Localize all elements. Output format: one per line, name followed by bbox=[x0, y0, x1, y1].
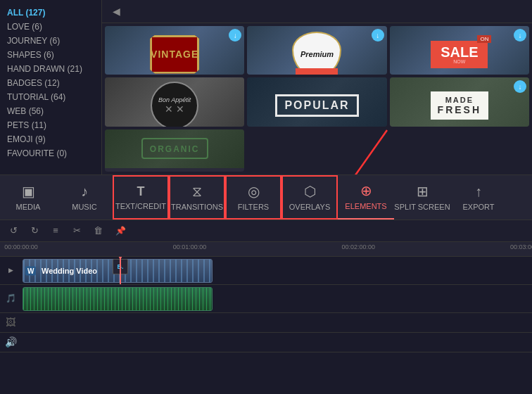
extra-track-row-2: 🔊 bbox=[0, 333, 532, 352]
toolbar-split-screen[interactable]: ⊞ SPLIT SCREEN bbox=[394, 175, 450, 220]
toolbar-filters[interactable]: ◎ FILTERS bbox=[225, 175, 281, 220]
sidebar: ALL (127) LOVE (6) JOURNEY (6) SHAPES (6… bbox=[0, 0, 102, 174]
sidebar-item-emoji[interactable]: EMOJI (9) bbox=[0, 132, 101, 146]
audio-track-label: 🎵 bbox=[0, 293, 21, 303]
sidebar-item-tutorial[interactable]: TUTORIAL (64) bbox=[0, 90, 101, 104]
cut-button[interactable]: ✂ bbox=[69, 223, 84, 239]
badge-element-10[interactable]: POPULAR Badge Element 10 bbox=[247, 77, 386, 126]
badge-element-11[interactable]: MADE FRESH ↓ Badge Element 11 bbox=[390, 77, 529, 126]
timeline-controls: ↺ ↻ ≡ ✂ 🗑 📌 bbox=[0, 220, 532, 242]
sidebar-item-all[interactable]: ALL (127) bbox=[0, 6, 101, 20]
badge6-thumbnail: VINTAGE ↓ bbox=[105, 26, 244, 75]
time-mark-1: 00:01:00:00 bbox=[173, 243, 207, 250]
toolbar-media-label: MEDIA bbox=[16, 203, 41, 211]
toolbar-split-label: SPLIT SCREEN bbox=[394, 203, 450, 211]
overlays-icon: ⬡ bbox=[304, 183, 316, 200]
main-area: ALL (127) LOVE (6) JOURNEY (6) SHAPES (6… bbox=[0, 0, 532, 174]
toolbar-overlays-label: OVERLAYS bbox=[289, 203, 331, 211]
toolbar-overlays[interactable]: ⬡ OVERLAYS bbox=[281, 175, 338, 220]
video-track-label: ▶ bbox=[0, 267, 21, 274]
filters-icon: ◎ bbox=[248, 183, 260, 200]
audio-track-content[interactable] bbox=[21, 285, 532, 312]
timeline-tracks: ▶ W Wedding Video B. 🎵 bbox=[0, 257, 532, 395]
badge8-thumbnail: ON SALE NOW ↓ bbox=[390, 26, 529, 75]
badge11-thumbnail: MADE FRESH ↓ bbox=[390, 77, 529, 126]
badge-element-9[interactable]: Bon Appétit ✕ ✕ Badge Element 9 bbox=[105, 77, 244, 126]
time-mark-0: 00:00:00:00 bbox=[4, 243, 38, 250]
sidebar-item-favourite[interactable]: FAVOURITE (0) bbox=[0, 146, 101, 160]
export-icon: ↑ bbox=[475, 184, 482, 200]
elements-icon: ⊕ bbox=[360, 182, 372, 199]
time-mark-2: 00:02:00:00 bbox=[341, 243, 375, 250]
sidebar-item-hand-drawn[interactable]: HAND DRAWN (21) bbox=[0, 62, 101, 76]
toolbar-filters-label: FILTERS bbox=[238, 203, 269, 211]
toolbar-export[interactable]: ↑ EXPORT bbox=[450, 175, 507, 220]
toolbar-text[interactable]: T TEXT/CREDIT bbox=[113, 175, 169, 220]
toolbar-text-label: TEXT/CREDIT bbox=[115, 202, 166, 210]
toolbar-transitions[interactable]: ⧖ TRANSITIONS bbox=[169, 175, 225, 220]
extra-track-row-1: 🖼 bbox=[0, 313, 532, 333]
badge7-download-icon[interactable]: ↓ bbox=[372, 29, 384, 42]
split-screen-icon: ⊞ bbox=[417, 183, 429, 200]
video-track-row: ▶ W Wedding Video B. bbox=[0, 257, 532, 285]
sidebar-item-journey[interactable]: JOURNEY (6) bbox=[0, 34, 101, 48]
audio-clip[interactable] bbox=[23, 287, 213, 311]
timeline-ruler: 00:00:00:00 00:01:00:00 00:02:00:00 00:0… bbox=[0, 242, 532, 257]
ruler-marks: 00:00:00:00 00:01:00:00 00:02:00:00 00:0… bbox=[21, 243, 532, 255]
track-icon-2: 🔊 bbox=[0, 336, 21, 348]
audio-waveform bbox=[23, 288, 212, 310]
badge-element-7[interactable]: Premium ↓ Badge Element 7 bbox=[247, 26, 386, 75]
content-header: ◀ bbox=[102, 0, 532, 23]
toolbar-music[interactable]: ♪ MUSIC bbox=[56, 175, 113, 220]
badge9-thumbnail: Bon Appétit ✕ ✕ bbox=[105, 77, 244, 126]
badge-grid: VINTAGE ↓ Badge Element 6 Premium bbox=[102, 23, 532, 174]
toolbar-elements-label: ELEMENTS bbox=[345, 202, 386, 210]
badge8-download-icon[interactable]: ↓ bbox=[514, 29, 526, 42]
redo-button[interactable]: ↻ bbox=[27, 223, 42, 239]
back-button[interactable]: ◀ bbox=[108, 3, 125, 20]
toolbar-export-label: EXPORT bbox=[462, 203, 494, 211]
text-icon: T bbox=[137, 184, 145, 199]
sidebar-item-shapes[interactable]: SHAPES (6) bbox=[0, 48, 101, 62]
badge-element-6[interactable]: VINTAGE ↓ Badge Element 6 bbox=[105, 26, 244, 75]
badge-element-8[interactable]: ON SALE NOW ↓ Badge Element 8 bbox=[390, 26, 529, 75]
toolbar: ▣ MEDIA ♪ MUSIC T TEXT/CREDIT ⧖ TRANSITI… bbox=[0, 174, 532, 220]
toolbar-elements[interactable]: ⊕ ELEMENTS bbox=[338, 175, 394, 220]
timeline-area: ↺ ↻ ≡ ✂ 🗑 📌 00:00:00:00 00:01:00:00 00:0… bbox=[0, 220, 532, 395]
video-track-content[interactable]: W Wedding Video B. bbox=[21, 257, 532, 284]
sidebar-item-badges[interactable]: BADGES (12) bbox=[0, 76, 101, 90]
time-mark-3: 00:03:00:00 bbox=[510, 243, 532, 250]
toolbar-music-label: MUSIC bbox=[72, 203, 96, 211]
video-clip-label: Wedding Video bbox=[23, 265, 101, 277]
sidebar-item-pets[interactable]: PETS (11) bbox=[0, 118, 101, 132]
content-area: ◀ VINTAGE ↓ Badge Element 6 bbox=[102, 0, 532, 174]
badge7-thumbnail: Premium ↓ bbox=[247, 26, 386, 75]
badge10-thumbnail: POPULAR bbox=[247, 77, 386, 126]
audio-track-row: 🎵 bbox=[0, 285, 532, 313]
delete-button[interactable]: 🗑 bbox=[90, 223, 106, 239]
media-icon: ▣ bbox=[22, 183, 35, 200]
undo-button[interactable]: ↺ bbox=[6, 223, 21, 239]
playhead bbox=[120, 257, 121, 284]
music-icon: ♪ bbox=[81, 184, 88, 200]
list-button[interactable]: ≡ bbox=[48, 223, 63, 239]
timeline-pin-icon: 📌 bbox=[115, 226, 126, 236]
toolbar-transitions-label: TRANSITIONS bbox=[171, 203, 223, 211]
sidebar-item-love[interactable]: LOVE (6) bbox=[0, 20, 101, 34]
track-icon-1: 🖼 bbox=[0, 317, 21, 328]
toolbar-media[interactable]: ▣ MEDIA bbox=[0, 175, 56, 220]
badge-element-12[interactable]: ORGANIC bbox=[105, 129, 244, 172]
transitions-icon: ⧖ bbox=[192, 184, 202, 200]
badge12-thumbnail: ORGANIC bbox=[105, 129, 244, 168]
sidebar-item-web[interactable]: WEB (56) bbox=[0, 104, 101, 118]
